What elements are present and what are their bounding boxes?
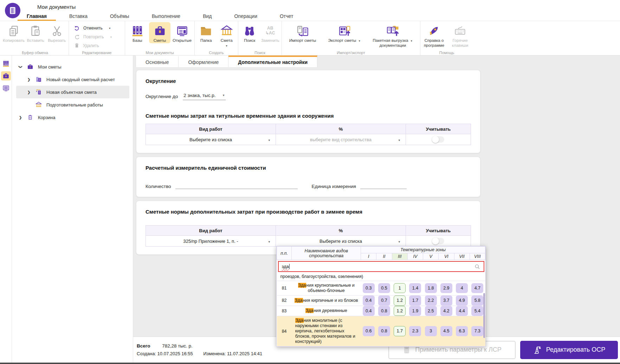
popup-scrollbar[interactable] bbox=[483, 293, 485, 338]
tab-osnovnye[interactable]: Основные bbox=[136, 56, 179, 67]
cut-icon bbox=[51, 24, 63, 38]
hotkeys-button[interactable]: Горячие клавиши bbox=[448, 22, 472, 48]
app-window: Мои документы Главная Вставка Объёмы Вып… bbox=[0, 0, 620, 364]
row-number: 84 bbox=[277, 316, 292, 346]
import-estimate-button[interactable]: Импорт сметы bbox=[283, 22, 322, 43]
winter-consider-toggle[interactable] bbox=[432, 238, 444, 244]
tree-item-summary-estimate[interactable]: Новый сводный сметный расчет bbox=[16, 73, 129, 86]
about-button[interactable]: Справка о программе bbox=[422, 22, 446, 48]
replace-button[interactable]: AB↳AC Заменить bbox=[260, 22, 280, 43]
total-value: 782,28 тыс. р. bbox=[162, 343, 192, 349]
zone-header-selected: III bbox=[392, 253, 407, 260]
construction-type-row[interactable]: 83 Здания деревянные 0.4 0.8 1.2 1.9 2.5… bbox=[277, 306, 485, 316]
popup-search-input[interactable]: зда bbox=[278, 261, 484, 272]
redo-button[interactable]: Повторить bbox=[74, 34, 121, 40]
chevron-down-icon[interactable] bbox=[110, 36, 112, 38]
menu-tab-vypolnenie[interactable]: Выполнение bbox=[141, 11, 192, 21]
strip-estimates-icon[interactable] bbox=[1, 71, 11, 80]
winter-percent-select[interactable]: Выберите из списка bbox=[276, 236, 406, 247]
tree-item-my-estimates[interactable]: Мои сметы bbox=[16, 60, 129, 73]
copy-button[interactable]: Копировать bbox=[3, 22, 25, 43]
undo-button[interactable]: Отменить bbox=[74, 25, 121, 31]
delete-button[interactable]: Удалить bbox=[74, 43, 121, 48]
menu-tab-vstavka[interactable]: Вставка bbox=[58, 11, 99, 21]
menu-tab-operacii[interactable]: Операции bbox=[223, 11, 269, 21]
chevron-right-icon[interactable] bbox=[19, 116, 26, 119]
menu-tab-glavnaya[interactable]: Главная bbox=[15, 11, 58, 21]
column-header: Учитывать bbox=[406, 124, 471, 134]
construction-type-select[interactable]: выберите вид строительства bbox=[276, 134, 406, 145]
menu-tab-otchet[interactable]: Отчет bbox=[269, 11, 304, 21]
work-type-select[interactable]: Выберите из списка bbox=[146, 134, 276, 145]
open-documents-button[interactable]: Открытые bbox=[171, 22, 193, 43]
tree-item-object-estimate[interactable]: Новая объектная смета bbox=[16, 86, 129, 98]
button-label: Справка о программе bbox=[422, 38, 446, 48]
chevron-right-icon[interactable] bbox=[27, 78, 34, 82]
export-estimate-button[interactable]: Экспорт сметы bbox=[324, 22, 365, 43]
page-title: Мои документы bbox=[37, 4, 76, 10]
ribbon-group-label: Буфер обмена bbox=[1, 51, 69, 55]
row-number: 81 bbox=[277, 281, 292, 295]
paste-icon bbox=[29, 24, 42, 38]
search-value: зда bbox=[282, 264, 289, 269]
row-name: Здания деревянные bbox=[292, 306, 361, 316]
chevron-down-icon[interactable] bbox=[225, 45, 228, 47]
row-name: Здания монолитные (с наружными стенами и… bbox=[292, 316, 361, 346]
bases-button[interactable]: Базы bbox=[127, 22, 148, 43]
new-folder-button[interactable]: Папка bbox=[196, 22, 216, 43]
consider-toggle[interactable] bbox=[432, 136, 444, 143]
strip-bases-icon[interactable] bbox=[1, 59, 11, 68]
apply-button-label: Применить параметры к ЛСР bbox=[415, 346, 501, 353]
edit-osr-button[interactable]: Редактировать ОСР bbox=[520, 341, 618, 359]
unit-input[interactable] bbox=[360, 181, 407, 189]
cut-button[interactable]: Вырезать bbox=[46, 22, 67, 43]
zone-value: 1.4 bbox=[409, 283, 421, 293]
chevron-down-icon[interactable] bbox=[109, 27, 111, 30]
tree-item-preparatory-works[interactable]: Подготовительные работы bbox=[16, 98, 129, 111]
construction-type-row[interactable]: 82 Здания кирпичные и из блоков 0.4 0.7 … bbox=[277, 295, 485, 306]
construction-types-dropdown: п.п. Наименование видов строительства Те… bbox=[276, 246, 486, 347]
quantity-input[interactable] bbox=[175, 181, 298, 189]
zone-value: 0.7 bbox=[378, 295, 390, 306]
chevron-right-icon[interactable] bbox=[27, 90, 34, 94]
construction-type-row-highlighted[interactable]: 84 Здания монолитные (с наружными стенам… bbox=[277, 316, 485, 346]
button-label: Открытые bbox=[173, 38, 192, 43]
winter-table: Вид работ % Учитывать 325/пр Приложение … bbox=[146, 225, 471, 247]
zone-value: 0.5 bbox=[378, 283, 390, 293]
zone-value: 1.8 bbox=[425, 283, 437, 293]
column-header: % bbox=[276, 124, 406, 134]
ribbon-menu: Главная Вставка Объёмы Выполнение Вид Оп… bbox=[15, 11, 304, 21]
strip-open-icon[interactable] bbox=[1, 84, 11, 93]
clipped-row-text: проездов, благоустройства, озеленения) bbox=[277, 273, 485, 281]
chevron-down-icon bbox=[398, 239, 401, 244]
new-estimate-button[interactable]: Смета bbox=[217, 22, 237, 47]
batch-export-button[interactable]: Пакетная выгрузкадокументации bbox=[367, 22, 419, 48]
ribbon-group-label: Создать bbox=[195, 51, 238, 55]
trash-icon bbox=[74, 43, 80, 48]
tree-item-trash[interactable]: Корзина bbox=[16, 111, 129, 124]
construction-type-row[interactable]: 81 Здания крупнопанельные и объемно-блоч… bbox=[277, 281, 485, 295]
paste-button[interactable]: Вставить bbox=[25, 22, 46, 43]
document-tree: Мои сметы Новый сводный сметный расчет Н… bbox=[12, 56, 133, 363]
winter-work-type-select[interactable]: 325/пр Приложение 1, п. - bbox=[146, 236, 276, 247]
open-documents-icon bbox=[175, 24, 189, 38]
search-button[interactable]: Поиск bbox=[240, 22, 260, 43]
tab-dopolnitelnye-nastroyki[interactable]: Дополнительные настройки bbox=[228, 56, 317, 67]
menu-tab-obyomy[interactable]: Объёмы bbox=[99, 11, 141, 21]
rounding-label: Округление до bbox=[146, 94, 178, 99]
replace-icon: AB↳AC bbox=[265, 24, 275, 38]
zone-value: 5.8 bbox=[471, 295, 483, 306]
rounding-select[interactable]: 2 знака, тыс.р. bbox=[183, 92, 226, 100]
zone-value: 3.7 bbox=[440, 295, 452, 306]
zone-value-selected: 1.2 bbox=[394, 295, 406, 306]
zone-value: 2.3 bbox=[409, 326, 421, 336]
estimates-button[interactable]: Сметы bbox=[149, 22, 171, 43]
button-label: Заменить bbox=[261, 38, 279, 43]
zone-value: 4.7 bbox=[471, 283, 483, 293]
menu-tab-vid[interactable]: Вид bbox=[192, 11, 223, 21]
button-label: Базы bbox=[133, 38, 142, 43]
chevron-down-icon[interactable] bbox=[19, 65, 26, 69]
unit-label: Единица измерения bbox=[312, 184, 356, 189]
tab-oformlenie[interactable]: Оформление bbox=[179, 56, 228, 67]
zone-value: 6.3 bbox=[456, 326, 468, 336]
